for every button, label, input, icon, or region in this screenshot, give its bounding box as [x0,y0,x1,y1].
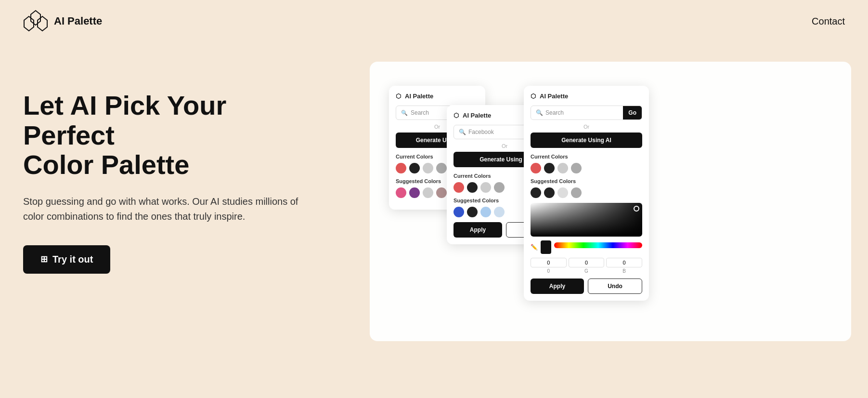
mock-card-3-header: ⬡ AI Palette [531,93,642,100]
color-picker-handle[interactable] [634,206,639,212]
color-dot [409,163,420,173]
suggested-colors-label-3: Suggested Colors [531,178,642,184]
color-dot [494,207,505,217]
try-it-out-button[interactable]: ⊞ Try it out [23,245,110,274]
logo-icon [23,9,48,34]
current-colors-label-3: Current Colors [531,154,642,159]
color-dot [467,207,478,217]
color-dot [453,182,464,193]
main-nav: Contact [812,16,845,27]
mock-logo-icon-2: ⬡ [453,112,459,119]
mock-logo-icon-3: ⬡ [531,93,536,100]
color-dot [409,187,420,198]
rgb-b-field: B [606,258,642,274]
color-dot [396,187,406,198]
rgb-r-field: 0 [531,258,567,274]
rgb-g-field: G [569,258,605,274]
rgb-g-label: G [569,268,605,274]
color-dot [531,187,541,198]
color-dot [557,163,568,173]
color-picker-gradient[interactable] [531,203,642,237]
mock-logo-icon-1: ⬡ [396,93,401,100]
mock-card-1-header: ⬡ AI Palette [396,93,479,100]
rgb-b-label: B [606,268,642,274]
eyedropper-icon[interactable]: ✏️ [531,244,538,251]
color-dot [544,163,555,173]
color-dot [453,207,464,217]
color-dot [480,207,491,217]
color-dot [480,182,491,193]
apply-row-3: Apply Undo [531,279,642,294]
logo-area: AI Palette [23,9,102,34]
svg-marker-1 [24,16,34,31]
color-dot [423,163,433,173]
generate-btn-3[interactable]: Generate Using AI [531,133,642,148]
color-dot [494,182,505,193]
color-dot [544,187,555,198]
rgb-r-label: 0 [531,268,567,274]
color-dot [396,163,406,173]
search-icon-3: 🔍 [536,109,543,116]
color-picker-swatch-row: ✏️ [531,240,642,254]
search-icon-2: 🔍 [459,129,466,135]
contact-link[interactable]: Contact [812,16,845,27]
color-dot [531,163,541,173]
color-dot [467,182,478,193]
color-swatch [541,240,551,254]
current-colors-3 [531,163,642,173]
suggested-colors-3 [531,187,642,198]
svg-marker-2 [38,16,47,31]
search-icon-1: 🔍 [401,110,408,116]
rgb-inputs: 0 G B [531,258,642,274]
rgb-r-input[interactable] [531,258,567,267]
palette-icon: ⊞ [40,254,48,265]
hero-section: Let AI Pick Your Perfect Color Palette S… [0,42,868,398]
color-dot [571,187,582,198]
color-dot [557,187,568,198]
undo-button-3[interactable]: Undo [588,279,642,294]
go-button-3[interactable]: Go [623,106,642,119]
rgb-b-input[interactable] [606,258,642,267]
mock-search-3[interactable]: 🔍 Search Go [531,106,642,120]
svg-marker-0 [31,11,40,25]
apply-button-3[interactable]: Apply [531,279,584,294]
mock-card-3: ⬡ AI Palette 🔍 Search Go Or Generate Usi… [524,86,649,301]
header: AI Palette Contact [0,0,868,42]
or-label-3: Or [531,124,642,130]
hero-description: Stop guessing and go with what works. Ou… [23,194,302,224]
color-picker-hue[interactable] [554,242,642,248]
mockups-area: ⬡ AI Palette 🔍 Search Or Generate Using … [350,62,845,398]
hero-left: Let AI Pick Your Perfect Color Palette S… [23,62,322,274]
color-dot [423,187,433,198]
hero-title: Let AI Pick Your Perfect Color Palette [23,91,322,180]
logo-text: AI Palette [54,15,102,27]
apply-button-2[interactable]: Apply [453,222,502,238]
color-dot [436,187,447,198]
color-dot [571,163,582,173]
rgb-g-input[interactable] [569,258,605,267]
color-dot [436,163,447,173]
